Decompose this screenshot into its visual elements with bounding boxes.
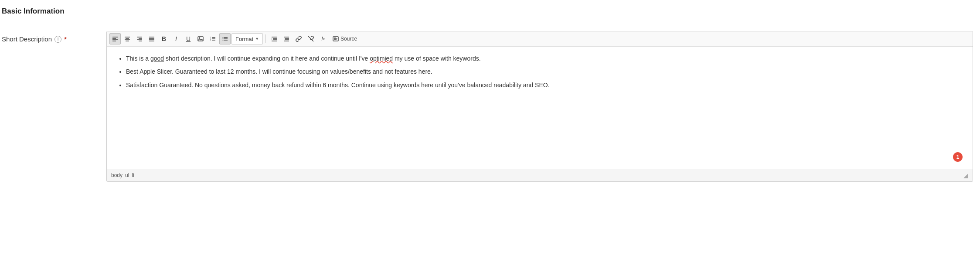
- toolbar-divider-1: [265, 34, 266, 43]
- resize-handle-icon[interactable]: ◢: [963, 172, 968, 179]
- align-justify-button[interactable]: [146, 33, 157, 44]
- breadcrumb-ul: ul: [125, 172, 129, 178]
- svg-point-26: [223, 40, 224, 41]
- breadcrumb-body: body: [111, 172, 122, 178]
- chevron-down-icon: ▼: [255, 37, 259, 41]
- ordered-list-button[interactable]: 1 2 3: [207, 33, 218, 44]
- list-item-2: Best Apple Slicer. Guaranteed to last 12…: [126, 67, 964, 76]
- section-header: Basic Information: [0, 0, 980, 22]
- source-view-button[interactable]: Source: [330, 33, 360, 44]
- required-indicator: *: [64, 35, 67, 43]
- format-label: Format: [235, 36, 253, 42]
- align-right-button[interactable]: [134, 33, 145, 44]
- editor-toolbar: B I U: [107, 31, 973, 47]
- align-center-button[interactable]: [122, 33, 133, 44]
- content-list: This is a good short description. I will…: [116, 54, 964, 90]
- breadcrumb-li: li: [132, 172, 134, 178]
- unordered-list-button[interactable]: [219, 33, 231, 44]
- rich-text-editor[interactable]: B I U: [106, 31, 973, 182]
- svg-point-25: [223, 38, 224, 39]
- bold-button[interactable]: B: [158, 33, 170, 44]
- clear-format-button[interactable]: Ix: [317, 33, 329, 44]
- editor-content-area[interactable]: This is a good short description. I will…: [107, 47, 973, 169]
- format-dropdown[interactable]: Format ▼: [231, 33, 263, 44]
- editor-breadcrumb: body ul li: [111, 172, 134, 178]
- list-item-1: This is a good short description. I will…: [126, 54, 964, 63]
- indent-increase-button[interactable]: [269, 33, 280, 44]
- list-item-3: Satisfaction Guaranteed. No questions as…: [126, 80, 964, 90]
- editor-wrapper: B I U: [106, 31, 973, 182]
- svg-point-17: [199, 38, 200, 38]
- insert-image-button[interactable]: [195, 33, 206, 44]
- insert-link-button[interactable]: [293, 33, 304, 44]
- underlined-word: good: [150, 55, 164, 62]
- svg-rect-16: [198, 37, 203, 41]
- remove-link-button[interactable]: [305, 33, 316, 44]
- svg-point-24: [223, 37, 224, 38]
- underline-button[interactable]: U: [183, 33, 194, 44]
- italic-button[interactable]: I: [170, 33, 182, 44]
- field-label-area: Short Description i *: [2, 31, 98, 43]
- info-icon[interactable]: i: [54, 36, 61, 43]
- page-wrapper: Basic Information Short Description i *: [0, 0, 980, 266]
- align-left-button[interactable]: [109, 33, 121, 44]
- spellcheck-word: optimied: [370, 55, 393, 62]
- editor-footer: body ul li ◢: [107, 169, 973, 181]
- indent-decrease-button[interactable]: [281, 33, 292, 44]
- svg-text:3: 3: [210, 39, 211, 41]
- notification-badge: 1: [953, 152, 963, 162]
- section-title: Basic Information: [2, 7, 65, 15]
- field-row: Short Description i *: [0, 31, 980, 191]
- field-label: Short Description: [2, 35, 52, 43]
- source-label: Source: [340, 36, 357, 42]
